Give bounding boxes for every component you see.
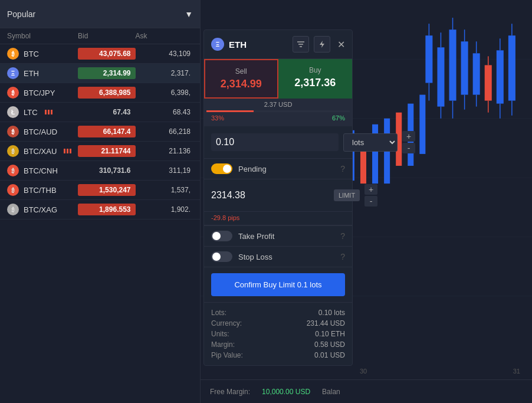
pending-toggle-label: Pending [238, 165, 334, 173]
symbol-name: LTC [24, 108, 38, 117]
table-row[interactable]: Ξ ETH 2,314.99 2,317. [0, 64, 200, 83]
spread-fill-sell [206, 110, 254, 112]
take-profit-help-icon[interactable]: ? [340, 231, 345, 241]
chart-label-31: 31 [513, 368, 520, 375]
stop-loss-label: Stop Loss [238, 253, 334, 261]
svg-marker-51 [320, 41, 324, 48]
limit-input[interactable] [211, 188, 329, 203]
bottom-bar: Free Margin: 10,000.00 USD Balan [201, 379, 532, 403]
limit-plus-minus: + - [364, 184, 377, 207]
bid-value: 67.43 [78, 106, 136, 118]
limit-minus-btn[interactable]: - [364, 196, 377, 207]
spread-text: 33% 67% [206, 112, 350, 124]
bid-value: 43,075.68 [78, 48, 136, 60]
spread-usd: 2.37 USD [264, 101, 293, 108]
dropdown-arrow-icon: ▼ [185, 9, 193, 19]
bars-indicator [64, 149, 71, 153]
filter-icon-btn[interactable] [293, 36, 309, 53]
symbol-name: BTC [24, 50, 39, 58]
spread-progress [206, 110, 350, 112]
symbol-cell: ₿ BTC/JPY [7, 87, 78, 99]
table-row[interactable]: ₿ BTC/CNH 310,731.6 311,19 [0, 161, 200, 181]
symbol-name: BTC/CNH [24, 166, 58, 175]
take-profit-toggle[interactable] [211, 231, 232, 241]
symbol-cell: ₿ BTC/AUD [7, 126, 78, 137]
buy-label: Buy [285, 66, 346, 74]
filter-icon [297, 40, 305, 48]
btc-icon: ₿ [7, 48, 19, 60]
btcthb-icon: ₿ [7, 184, 19, 196]
detail-margin-label: Margin: [211, 340, 235, 349]
table-row[interactable]: ₿ BTC/XAU 21.11744 21.136 [0, 142, 200, 161]
pending-toggle-knob [223, 165, 231, 173]
lightning-icon [318, 40, 326, 48]
bid-value: 2,314.99 [78, 67, 136, 79]
stop-loss-toggle[interactable] [211, 251, 232, 262]
symbol-name: ETH [24, 69, 39, 78]
detail-currency-row: Currency: 231.44 USD [211, 318, 345, 329]
spread-left: 33% [211, 114, 224, 122]
confirm-buy-button[interactable]: Confirm Buy Limit 0.1 lots [211, 273, 345, 296]
table-row[interactable]: ₿ BTC/JPY 6,388,985 6,398, [0, 83, 200, 103]
bid-value: 310,731.6 [78, 165, 136, 176]
close-button[interactable]: ✕ [337, 39, 345, 50]
ask-value: 43,109 [136, 50, 193, 58]
svg-rect-47 [419, 95, 425, 154]
bid-value: 1,896.553 [78, 204, 136, 215]
table-row[interactable]: ₿ BTC 43,075.68 43,109 [0, 44, 200, 64]
free-margin-label: Free Margin: [210, 388, 250, 396]
order-details: Lots: 0.10 lots Currency: 231.44 USD Uni… [204, 302, 352, 365]
btccnh-icon: ₿ [7, 165, 19, 176]
detail-pipvalue-val: 0.01 USD [314, 351, 345, 359]
lots-select[interactable]: lots units currency [343, 133, 398, 152]
eth-icon: Ξ [7, 67, 19, 79]
take-profit-toggle-knob [212, 232, 221, 240]
bid-value: 66,147.4 [78, 126, 136, 137]
stop-loss-toggle-knob [212, 253, 221, 261]
table-row[interactable]: ₿ BTC/XAG 1,896.553 1,902. [0, 200, 200, 219]
symbol-cell: ₿ BTC/XAG [7, 204, 78, 215]
sell-price: 2,314.99 [212, 78, 270, 90]
detail-margin-row: Margin: 0.58 USD [211, 339, 345, 350]
svg-rect-27 [508, 35, 515, 100]
col-symbol: Symbol [7, 32, 78, 40]
spread-bar: 2.37 USD 33% 67% [204, 99, 352, 126]
btcxau-icon: ₿ [7, 145, 19, 157]
ask-value: 68.43 [136, 108, 193, 116]
ask-value: 311,19 [136, 166, 193, 175]
sell-tab[interactable]: Sell 2,314.99 [204, 59, 278, 99]
chart-label-30: 30 [360, 368, 367, 375]
trade-tabs: Sell 2,314.99 Buy 2,317.36 [204, 59, 352, 99]
col-ask: Ask [136, 32, 193, 40]
table-row[interactable]: ₿ BTC/THB 1,530,247 1,537, [0, 181, 200, 200]
buy-tab[interactable]: Buy 2,317.36 [278, 59, 353, 99]
stop-loss-help-icon[interactable]: ? [340, 252, 345, 261]
ltc-icon: Ł [7, 106, 19, 118]
detail-margin-val: 0.58 USD [314, 340, 345, 349]
symbol-cell: ₿ BTC [7, 48, 78, 60]
lightning-icon-btn[interactable] [314, 36, 330, 53]
table-row[interactable]: Ł LTC 67.43 68.43 [0, 103, 200, 122]
lots-plus-minus: + - [402, 131, 415, 153]
detail-units-val: 0.10 ETH [315, 330, 345, 338]
take-profit-row: Take Profit ? [204, 225, 352, 247]
detail-pipvalue-label: Pip Value: [211, 351, 243, 359]
table-row[interactable]: ₿ BTC/AUD 66,147.4 66,218 [0, 122, 200, 142]
detail-lots-row: Lots: 0.10 lots [211, 307, 345, 318]
symbol-dropdown[interactable]: Popular ▼ [0, 0, 200, 28]
lots-minus-btn[interactable]: - [402, 143, 415, 153]
pending-toggle[interactable] [211, 163, 232, 174]
detail-lots-val: 0.10 lots [318, 309, 345, 317]
pips-info: -29.8 pips [204, 212, 352, 225]
lots-plus-btn[interactable]: + [402, 131, 415, 142]
limit-plus-btn[interactable]: + [364, 184, 377, 195]
bid-value: 6,388,985 [78, 87, 136, 99]
symbol-cell: ₿ BTC/THB [7, 184, 78, 196]
lots-row: lots units currency + - [204, 126, 352, 159]
lots-input[interactable] [211, 133, 339, 151]
ask-value: 66,218 [136, 127, 193, 136]
pending-help-icon[interactable]: ? [340, 164, 345, 173]
limit-row: LIMIT + - [204, 179, 352, 212]
detail-units-label: Units: [211, 330, 229, 338]
bid-value: 1,530,247 [78, 184, 136, 196]
